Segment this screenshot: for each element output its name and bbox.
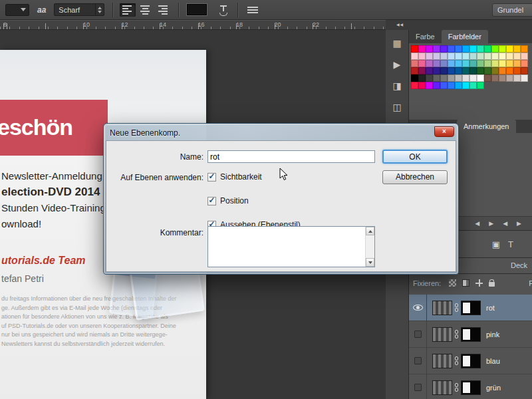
color-swatch[interactable] [513,60,521,67]
comment-textarea[interactable] [208,227,365,267]
color-swatch[interactable] [484,53,491,60]
layer-comp-row[interactable]: pink [409,321,532,348]
color-swatch[interactable] [477,60,484,67]
color-swatch[interactable] [448,67,455,74]
layer-comp-row[interactable]: blau [409,348,532,374]
tab-farbfelder[interactable]: Farbfelder [442,30,488,43]
dialog-titlebar[interactable]: Neue Ebenenkomp. × [106,126,456,140]
color-swatch[interactable] [448,53,455,60]
color-swatch[interactable] [491,53,499,60]
lock-position-icon[interactable] [475,279,483,287]
color-swatch[interactable] [411,53,418,60]
color-swatch[interactable] [455,53,462,60]
visibility-checkbox[interactable] [414,384,422,391]
color-swatch[interactable] [499,45,506,53]
color-swatch[interactable] [469,82,477,89]
color-swatch[interactable] [462,45,469,53]
color-swatch[interactable] [499,60,506,67]
color-swatch[interactable] [521,74,528,82]
color-swatch[interactable] [521,45,528,53]
color-swatch[interactable] [448,45,455,53]
color-swatch[interactable] [506,45,513,53]
color-swatch[interactable] [477,67,484,74]
color-swatch[interactable] [477,82,484,89]
color-swatch[interactable] [426,60,433,67]
color-swatch[interactable] [491,60,499,67]
color-swatch[interactable] [513,45,521,53]
color-swatch[interactable] [521,67,528,74]
align-right-button[interactable] [154,3,170,17]
lock-pixels-icon[interactable] [462,279,469,287]
color-swatch[interactable] [491,74,499,82]
color-swatch[interactable] [462,53,469,60]
color-swatch[interactable] [418,67,426,74]
panel-misc-icon-0[interactable]: ▣ [492,239,500,249]
color-swatch[interactable] [433,53,440,60]
color-swatch[interactable] [499,53,506,60]
color-swatch[interactable] [411,82,418,89]
nav-arrow-icon[interactable]: ▶ [489,220,493,227]
color-swatch[interactable] [411,67,418,74]
workspace-button[interactable]: Grundel [492,3,532,17]
lock-all-icon[interactable] [489,282,495,287]
color-swatch[interactable] [469,45,477,53]
font-preview-dropdown[interactable] [5,4,29,16]
color-swatch[interactable] [411,60,418,67]
layer-comp-row[interactable]: grün [409,374,532,399]
visibility-cell[interactable] [409,374,427,399]
color-swatch[interactable] [491,67,499,74]
color-swatch[interactable] [469,74,477,82]
color-swatch[interactable] [469,67,477,74]
cancel-button[interactable]: Abbrechen [382,170,448,184]
color-swatch[interactable] [484,67,491,74]
collapse-panels-button[interactable]: ◀◀ [396,22,404,27]
visibility-checkbox[interactable] [414,331,422,338]
scroll-down-icon[interactable] [366,258,374,267]
color-swatch[interactable] [426,67,433,74]
color-swatch[interactable] [513,53,521,60]
color-swatch[interactable] [455,74,462,82]
color-swatch[interactable] [426,74,433,82]
panel-icon-1[interactable]: ▶ [394,59,401,70]
color-swatch[interactable] [469,53,477,60]
color-swatch[interactable] [440,53,448,60]
text-color-swatch[interactable] [187,4,207,15]
panel-icon-0[interactable]: ▦ [392,38,401,49]
color-swatch[interactable] [484,60,491,67]
color-swatch[interactable] [499,67,506,74]
color-swatch[interactable] [426,53,433,60]
checkbox[interactable]: ✓ [207,197,216,205]
color-swatch[interactable] [462,82,469,89]
panel-misc-icon-1[interactable]: T [508,239,513,249]
color-swatch[interactable] [440,67,448,74]
anti-alias-select[interactable]: Scharf [54,3,104,16]
color-swatch[interactable] [521,60,528,67]
color-swatch[interactable] [513,67,521,74]
color-swatch[interactable] [506,74,513,82]
color-swatch[interactable] [411,45,418,53]
nav-arrow-icon[interactable]: ◀ [475,220,479,227]
tab-farbe[interactable]: Farbe [409,30,442,43]
color-swatch[interactable] [455,82,462,89]
color-swatch[interactable] [506,60,513,67]
color-swatch[interactable] [469,60,477,67]
color-swatch[interactable] [477,45,484,53]
color-swatch[interactable] [455,60,462,67]
color-swatch[interactable] [506,67,513,74]
color-swatch[interactable] [491,45,499,53]
color-swatch[interactable] [418,82,426,89]
visibility-cell[interactable] [409,321,427,348]
color-swatch[interactable] [426,45,433,53]
color-swatch[interactable] [433,60,440,67]
close-button[interactable]: × [434,126,454,137]
color-swatch[interactable] [418,60,426,67]
color-swatch[interactable] [440,82,448,89]
color-swatch[interactable] [462,74,469,82]
color-swatch[interactable] [462,67,469,74]
color-swatch[interactable] [418,53,426,60]
color-swatch[interactable] [484,45,491,53]
lock-transparency-icon[interactable] [449,279,456,287]
color-swatch[interactable] [426,82,433,89]
scroll-up-icon[interactable] [366,227,374,235]
color-swatch[interactable] [513,74,521,82]
